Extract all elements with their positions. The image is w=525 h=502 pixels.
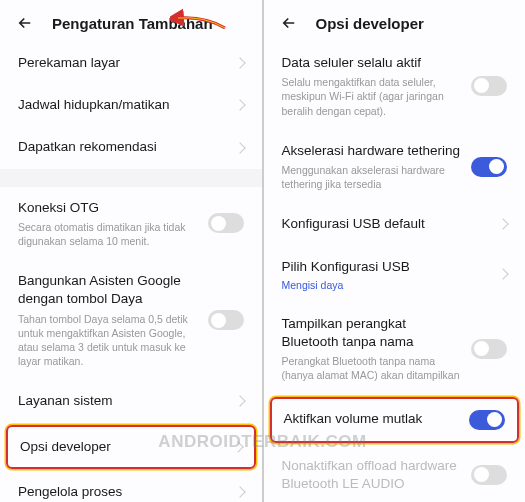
row-tethering-accel[interactable]: Akselerasi hardware tethering Menggunaka…: [264, 130, 526, 204]
row-recommendations[interactable]: Dapatkan rekomendasi: [0, 126, 262, 168]
absolute-volume-toggle[interactable]: [469, 410, 505, 430]
tethering-toggle[interactable]: [471, 157, 507, 177]
chevron-icon: [232, 441, 243, 452]
section-divider: [0, 169, 262, 187]
back-icon[interactable]: [16, 14, 34, 32]
row-developer-options[interactable]: Opsi developer: [6, 425, 256, 469]
row-bt-unnamed[interactable]: Tampilkan perangkat Bluetooth tanpa nama…: [264, 303, 526, 395]
row-le-audio: Nonaktifkan offload hardware Bluetooth L…: [264, 445, 526, 500]
le-audio-toggle: [471, 465, 507, 485]
chevron-icon: [497, 268, 508, 279]
row-assistant[interactable]: Bangunkan Asisten Google dengan tombol D…: [0, 260, 262, 380]
row-process-manager[interactable]: Pengelola proses: [0, 471, 262, 500]
row-schedule-power[interactable]: Jadwal hidupkan/matikan: [0, 84, 262, 126]
chevron-icon: [497, 219, 508, 230]
developer-options-pane: Opsi developer Data seluler selalu aktif…: [264, 0, 526, 502]
assistant-toggle[interactable]: [208, 310, 244, 330]
chevron-icon: [234, 396, 245, 407]
settings-pane: Pengaturan Tambahan Perekaman layar Jadw…: [0, 0, 264, 502]
right-header: Opsi developer: [264, 0, 526, 42]
row-absolute-volume[interactable]: Aktifkan volume mutlak: [270, 397, 520, 443]
left-title: Pengaturan Tambahan: [52, 15, 213, 32]
chevron-icon: [234, 100, 245, 111]
cellular-toggle[interactable]: [471, 76, 507, 96]
chevron-icon: [234, 57, 245, 68]
row-cellular-always-on[interactable]: Data seluler selalu aktif Selalu mengakt…: [264, 42, 526, 130]
row-usb-pick[interactable]: Pilih Konfigurasi USB Mengisi daya: [264, 246, 526, 303]
row-screen-record[interactable]: Perekaman layar: [0, 42, 262, 84]
chevron-icon: [234, 486, 245, 497]
row-system-services[interactable]: Layanan sistem: [0, 380, 262, 422]
bt-unnamed-toggle[interactable]: [471, 339, 507, 359]
otg-toggle[interactable]: [208, 213, 244, 233]
back-icon[interactable]: [280, 14, 298, 32]
left-header: Pengaturan Tambahan: [0, 0, 262, 42]
chevron-icon: [234, 142, 245, 153]
right-title: Opsi developer: [316, 15, 424, 32]
row-otg[interactable]: Koneksi OTG Secara otomatis dimatikan ji…: [0, 187, 262, 261]
row-usb-default[interactable]: Konfigurasi USB default: [264, 203, 526, 245]
